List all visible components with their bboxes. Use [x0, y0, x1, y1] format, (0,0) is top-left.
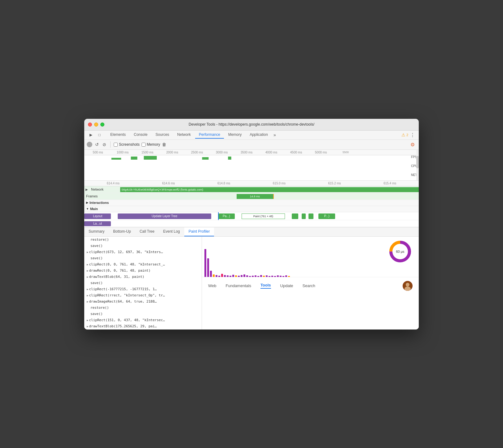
clear-button[interactable]: ⊘: [102, 142, 107, 147]
chart-bar-20[interactable]: [260, 275, 262, 277]
cmd-cliprect-3[interactable]: ▶clipRect(-16777215, -16777215, 1…: [84, 286, 202, 292]
close-button[interactable]: [88, 123, 92, 127]
chart-bar-5[interactable]: [218, 276, 220, 277]
tab-performance[interactable]: Performance: [195, 131, 224, 139]
chart-bar-9[interactable]: [230, 276, 231, 277]
chart-bar-8[interactable]: [227, 275, 229, 277]
tab-console[interactable]: Console: [130, 131, 151, 139]
chart-bar-23[interactable]: [269, 276, 270, 277]
devtools-menu-icon[interactable]: ⋮: [409, 132, 416, 138]
nav-tools[interactable]: Tools: [260, 283, 271, 289]
reload-button[interactable]: ↺: [94, 142, 100, 147]
chart-bar-11[interactable]: [235, 275, 237, 277]
cmd-save-4[interactable]: save(): [84, 311, 202, 317]
nav-web[interactable]: Web: [208, 283, 217, 288]
chart-bar-10[interactable]: [232, 275, 234, 277]
tab-memory[interactable]: Memory: [225, 131, 245, 139]
screenshots-checkbox[interactable]: [114, 143, 118, 147]
cmd-drawtextblob-1[interactable]: ▶drawTextBlob(64, 31, paint): [84, 274, 202, 280]
interactions-label: Interactions: [90, 201, 109, 205]
warning-count: 2: [406, 133, 408, 137]
chart-bar-17[interactable]: [252, 276, 254, 277]
inspect-icon[interactable]: □: [95, 131, 103, 139]
scrollbar-thumb[interactable]: [416, 156, 419, 168]
nav-update[interactable]: Update: [280, 283, 293, 288]
chart-bar-2[interactable]: [210, 271, 212, 277]
interactions-section[interactable]: ▶ Interactions: [84, 200, 419, 206]
nav-fundamentals[interactable]: Fundamentals: [226, 283, 251, 288]
paint-right-bar[interactable]: P...): [318, 213, 335, 219]
chart-bar-0[interactable]: [204, 249, 206, 277]
more-tabs-icon[interactable]: »: [272, 132, 277, 137]
green-bar-2[interactable]: [302, 213, 306, 219]
tab-network[interactable]: Network: [173, 131, 195, 139]
chart-bar-30[interactable]: [288, 276, 290, 277]
chart-bar-25[interactable]: [274, 276, 276, 277]
chart-bar-16[interactable]: [249, 276, 251, 277]
chart-bar-1[interactable]: [207, 258, 209, 277]
paint-large-bar[interactable]: Paint (761 × 48): [242, 213, 285, 219]
cmd-restore-2[interactable]: restore(): [84, 305, 202, 311]
chart-bar-21[interactable]: [263, 276, 265, 277]
cmd-restore-1[interactable]: restore(): [84, 237, 202, 243]
cmd-drawimagerect[interactable]: ▶drawImageRect(64, 64, true, 2188…: [84, 299, 202, 305]
cmd-cliprect-2[interactable]: ▶clipRect(0, 0, 761, 48, "kIntersect_…: [84, 261, 202, 268]
chart-bar-14[interactable]: [243, 274, 245, 277]
cmd-save-2[interactable]: save(): [84, 255, 202, 261]
cmd-save-3[interactable]: save(): [84, 280, 202, 286]
chart-bar-3[interactable]: [213, 274, 215, 277]
chart-bar-15[interactable]: [246, 275, 248, 277]
layout-bar[interactable]: Layout: [84, 213, 111, 219]
cmd-cliprect-1[interactable]: ▶clipRect(673, 12, 697, 36, "kInters…: [84, 249, 202, 255]
chart-bar-6[interactable]: [221, 274, 223, 277]
cmd-cliprrect[interactable]: ▶clipRRect(rrect, "kIntersect_Op", tr…: [84, 292, 202, 299]
tab-sources[interactable]: Sources: [152, 131, 173, 139]
tab-elements[interactable]: Elements: [107, 131, 129, 139]
green-bar-3[interactable]: [308, 213, 313, 219]
chart-bar-4[interactable]: [216, 275, 217, 277]
update-layer-tree-bar[interactable]: Update Layer Tree: [118, 213, 211, 219]
scrollbar-track[interactable]: [416, 150, 419, 180]
trash-button[interactable]: 🗑: [162, 142, 166, 147]
donut-label: 60 μs: [396, 250, 405, 253]
chart-bar-26[interactable]: [277, 275, 279, 277]
chart-bar-28[interactable]: [282, 276, 284, 277]
green-bar-1[interactable]: [292, 213, 299, 219]
chart-bar-19[interactable]: [257, 276, 259, 277]
minimize-button[interactable]: [94, 123, 98, 127]
cursor-icon[interactable]: ▶: [87, 131, 95, 139]
chart-bar-12[interactable]: [238, 276, 240, 277]
chart-bar-24[interactable]: [271, 276, 273, 277]
maximize-button[interactable]: [100, 123, 104, 127]
paint-small-bar[interactable]: Pa...): [218, 213, 235, 219]
paint-commands-list[interactable]: restore() save() ▶clipRect(673, 12, 697,…: [84, 237, 202, 330]
nav-search[interactable]: Search: [303, 283, 315, 288]
cmd-drawrect[interactable]: ▶drawRect(0, 0, 761, 48, paint): [84, 268, 202, 274]
memory-checkbox-label[interactable]: Memory: [142, 142, 160, 147]
tab-bottom-up[interactable]: Bottom-Up: [109, 227, 135, 236]
memory-checkbox[interactable]: [142, 143, 146, 147]
cmd-save-1[interactable]: save(): [84, 243, 202, 249]
tab-call-tree[interactable]: Call Tree: [135, 227, 159, 236]
tab-summary[interactable]: Summary: [84, 227, 109, 236]
chart-bar-27[interactable]: [280, 276, 282, 277]
chart-bar-7[interactable]: [224, 275, 226, 277]
cmd-cliprect-4[interactable]: ▶clipRect(151, 0, 437, 48, "kIntersec…: [84, 317, 202, 323]
layout-small-bar[interactable]: La...ut: [84, 221, 111, 226]
cursor-line: [218, 212, 219, 220]
settings-button[interactable]: ⚙: [409, 141, 416, 148]
tab-application[interactable]: Application: [246, 131, 272, 139]
arrow-icon-9: ▶: [87, 325, 88, 328]
timeline-overview[interactable]: 500 ms 1000 ms 1500 ms 2000 ms 2500 ms 3…: [84, 150, 419, 181]
record-button[interactable]: [87, 142, 92, 147]
chart-bar-29[interactable]: [285, 275, 287, 277]
user-avatar[interactable]: [403, 281, 413, 291]
main-section-header[interactable]: ▼ Main: [84, 206, 419, 212]
screenshots-checkbox-label[interactable]: Screenshots: [114, 142, 140, 147]
cmd-drawtextblob-2[interactable]: ▶drawTextBlob(175.265625, 29, pai…: [84, 323, 202, 330]
chart-bar-18[interactable]: [255, 275, 256, 277]
chart-bar-22[interactable]: [266, 275, 268, 277]
chart-bar-13[interactable]: [241, 275, 243, 277]
tab-event-log[interactable]: Event Log: [159, 227, 184, 236]
tab-paint-profiler[interactable]: Paint Profiler: [184, 227, 214, 236]
